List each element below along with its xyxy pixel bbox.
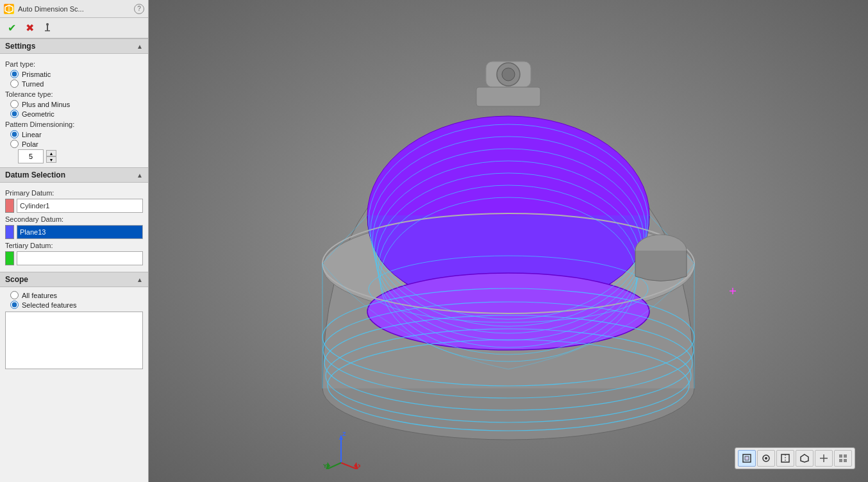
cancel-button[interactable]: ✖ <box>22 21 37 36</box>
radio-polar-input[interactable] <box>10 140 19 148</box>
secondary-datum-row <box>5 225 143 239</box>
dialog-toolbar: ✔ ✖ <box>0 18 148 38</box>
svg-marker-47 <box>801 454 808 462</box>
settings-collapse-arrow: ▲ <box>137 43 143 50</box>
svg-rect-50 <box>839 454 842 458</box>
vp-btn-iso[interactable] <box>796 450 814 467</box>
app-icon <box>4 4 14 14</box>
polar-spinner-buttons: ▲ ▼ <box>46 150 56 163</box>
radio-turned-input[interactable] <box>10 79 19 88</box>
help-button[interactable]: ? <box>134 4 144 14</box>
axis-indicator: Z X Y <box>322 431 360 469</box>
vp-btn-zoom[interactable] <box>815 450 833 467</box>
part-type-group: Prismatic Turned <box>10 70 143 88</box>
radio-turned[interactable]: Turned <box>10 79 143 88</box>
part-svg <box>258 23 758 459</box>
settings-section-label: Settings <box>5 42 35 51</box>
tertiary-datum-row <box>5 251 143 265</box>
primary-datum-swatch <box>5 199 14 213</box>
polar-spinner-row: ▲ ▼ <box>18 149 143 163</box>
radio-all-features-input[interactable] <box>10 291 19 299</box>
datum-section-label: Datum Selection <box>5 170 65 179</box>
tertiary-datum-input[interactable] <box>17 251 143 265</box>
vp-btn-box[interactable] <box>738 450 756 467</box>
svg-text:Y: Y <box>323 463 327 469</box>
radio-polar[interactable]: Polar <box>10 140 143 148</box>
vp-btn-front[interactable] <box>757 450 775 467</box>
radio-plus-minus-label: Plus and Minus <box>22 101 70 108</box>
radio-prismatic[interactable]: Prismatic <box>10 70 143 78</box>
settings-section-content: Part type: Prismatic Turned Tolerance ty… <box>0 54 148 167</box>
datum-section-header[interactable]: Datum Selection ▲ <box>0 167 148 183</box>
part-type-label: Part type: <box>5 60 143 68</box>
radio-turned-label: Turned <box>22 80 44 88</box>
primary-datum-row <box>5 199 143 213</box>
ok-button[interactable]: ✔ <box>4 21 19 36</box>
tolerance-type-group: Plus and Minus Geometric <box>10 100 143 118</box>
pin-button[interactable] <box>40 21 55 36</box>
tertiary-datum-swatch <box>5 251 14 265</box>
svg-text:Z: Z <box>342 431 346 437</box>
radio-prismatic-input[interactable] <box>10 70 19 78</box>
svg-rect-52 <box>839 459 842 462</box>
radio-selected-features-label: Selected features <box>22 301 77 309</box>
vp-btn-grid[interactable] <box>834 450 852 467</box>
svg-rect-51 <box>844 454 847 458</box>
spinner-up-button[interactable]: ▲ <box>46 150 56 156</box>
radio-geometric[interactable]: Geometric <box>10 110 143 118</box>
part-view <box>149 0 868 482</box>
dialog-title: Auto Dimension Sc... <box>18 5 130 13</box>
secondary-datum-swatch <box>5 225 14 239</box>
vp-btn-section[interactable] <box>776 450 794 467</box>
tolerance-type-label: Tolerance type: <box>5 90 143 98</box>
scope-section-content: All features Selected features <box>0 287 148 376</box>
panel-content: Settings ▲ Part type: Prismatic Turned T… <box>0 38 148 482</box>
title-bar: Auto Dimension Sc... ? <box>0 0 148 18</box>
radio-polar-label: Polar <box>22 140 38 148</box>
polar-spinner-input[interactable] <box>18 149 44 163</box>
radio-geometric-input[interactable] <box>10 110 19 118</box>
svg-text:X: X <box>358 463 360 469</box>
primary-datum-input[interactable] <box>17 199 143 213</box>
pattern-type-group: Linear Polar <box>10 130 143 148</box>
secondary-datum-input[interactable] <box>17 225 143 239</box>
svg-rect-29 <box>476 87 540 106</box>
radio-all-features[interactable]: All features <box>10 291 143 299</box>
radio-linear-label: Linear <box>22 131 42 138</box>
svg-rect-42 <box>745 456 749 460</box>
scope-section-label: Scope <box>5 275 28 284</box>
scope-feature-list[interactable] <box>5 312 143 369</box>
radio-prismatic-label: Prismatic <box>22 71 51 78</box>
pattern-dim-label: Pattern Dimensioning: <box>5 120 143 128</box>
radio-linear[interactable]: Linear <box>10 130 143 138</box>
scope-collapse-arrow: ▲ <box>137 276 143 283</box>
settings-section-header[interactable]: Settings ▲ <box>0 38 148 54</box>
datum-section-content: Primary Datum: Secondary Datum: Tertiary… <box>0 183 148 272</box>
radio-linear-input[interactable] <box>10 130 19 138</box>
secondary-datum-label: Secondary Datum: <box>5 215 143 223</box>
svg-point-4 <box>46 23 49 26</box>
viewport-toolbar <box>735 447 855 469</box>
scope-section-header[interactable]: Scope ▲ <box>0 272 148 287</box>
radio-geometric-label: Geometric <box>22 110 54 118</box>
datum-collapse-arrow: ▲ <box>137 172 143 179</box>
radio-selected-features-input[interactable] <box>10 301 19 309</box>
scope-radio-group: All features Selected features <box>10 291 143 309</box>
viewport: Z X Y <box>149 0 868 482</box>
spinner-down-button[interactable]: ▼ <box>46 156 56 163</box>
radio-all-features-label: All features <box>22 292 57 299</box>
svg-point-44 <box>765 457 767 460</box>
radio-plus-minus-input[interactable] <box>10 100 19 108</box>
svg-point-28 <box>502 68 515 81</box>
radio-plus-minus[interactable]: Plus and Minus <box>10 100 143 108</box>
left-panel: Auto Dimension Sc... ? ✔ ✖ Settings ▲ Pa… <box>0 0 149 482</box>
radio-selected-features[interactable]: Selected features <box>10 301 143 309</box>
primary-datum-label: Primary Datum: <box>5 189 143 197</box>
tertiary-datum-label: Tertiary Datum: <box>5 242 143 249</box>
svg-rect-53 <box>844 459 847 462</box>
